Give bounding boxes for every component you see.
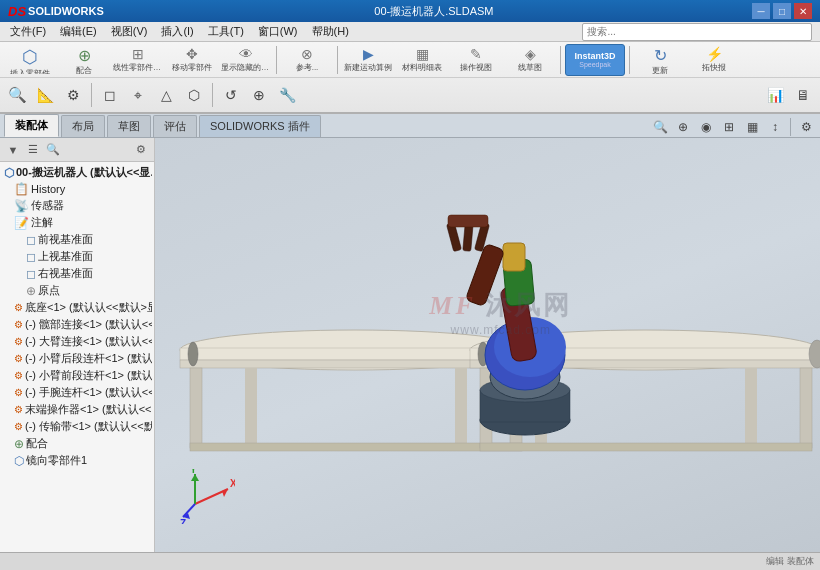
svg-rect-7 <box>190 443 522 451</box>
tree-right-plane[interactable]: ◻ 右视基准面 <box>2 265 152 282</box>
tree-shoulder[interactable]: ⚙ (-) 髋部连接<1> (默认认<<默... <box>2 316 152 333</box>
move-component-button[interactable]: ✥ 移动零部件 <box>166 44 218 76</box>
viewport[interactable]: MF 沐风网 www.mfcad.com X Y Z <box>155 138 820 552</box>
svg-rect-35 <box>448 215 488 227</box>
tab-assemble[interactable]: 装配体 <box>4 114 59 137</box>
tb2-icon7[interactable]: ⬡ <box>181 82 207 108</box>
svg-rect-31 <box>465 243 504 306</box>
sidebar: ▼ ☰ 🔍 ⚙ ⬡ 00-搬运机器人 (默认认<<显... 📋 History … <box>0 138 155 552</box>
svg-rect-17 <box>745 368 757 448</box>
new-motion-button[interactable]: ▶ 新建运动算例 <box>342 44 394 76</box>
robot-arm-lower <box>447 215 505 307</box>
visual-line-button[interactable]: ◈ 线草图 <box>504 44 556 76</box>
view-icon2[interactable]: ⊕ <box>673 117 693 137</box>
sidebar-menu-icon[interactable]: ☰ <box>24 141 42 159</box>
menu-edit[interactable]: 编辑(E) <box>54 22 103 41</box>
mate-button[interactable]: ⊕ 配合 <box>58 44 110 76</box>
svg-marker-40 <box>191 474 199 481</box>
tree-wrist[interactable]: ⚙ (-) 手腕连杆<1> (默认认<<默... <box>2 384 152 401</box>
svg-text:X: X <box>230 478 235 489</box>
main-area: ▼ ☰ 🔍 ⚙ ⬡ 00-搬运机器人 (默认认<<显... 📋 History … <box>0 138 820 552</box>
tree-base[interactable]: ⚙ 底座<1> (默认认<<默认>显... <box>2 299 152 316</box>
menu-file[interactable]: 文件(F) <box>4 22 52 41</box>
tb2-icon1[interactable]: 🔍 <box>4 82 30 108</box>
tree-origin-label: 原点 <box>38 283 60 298</box>
tb2-icon9[interactable]: ⊕ <box>246 82 272 108</box>
view-icon7[interactable]: ⚙ <box>796 117 816 137</box>
tree-small-arm-rear[interactable]: ⚙ (-) 小臂后段连杆<1> (默认... <box>2 350 152 367</box>
view-sep <box>790 118 791 136</box>
robot-scene-svg <box>155 138 820 552</box>
toolbar-row1: ⬡ 插入零部件 ⊕ 配合 ⊞ 线性零部件阵列 ✥ 移动零部件 👁 显示隐藏的零部… <box>0 42 820 78</box>
view-icon5[interactable]: ▦ <box>742 117 762 137</box>
toolbar-row2: 🔍 📐 ⚙ ◻ ⌖ △ ⬡ ↺ ⊕ 🔧 📊 🖥 <box>0 78 820 112</box>
svg-rect-3 <box>190 368 202 448</box>
view-icon6[interactable]: ↕ <box>765 117 785 137</box>
menu-insert[interactable]: 插入(I) <box>155 22 199 41</box>
search-bar-container <box>582 23 812 41</box>
menu-tools[interactable]: 工具(T) <box>202 22 250 41</box>
svg-rect-6 <box>455 368 467 448</box>
menu-view[interactable]: 视图(V) <box>105 22 154 41</box>
tree-conveyor[interactable]: ⚙ (-) 传输带<1> (默认认<<默认... <box>2 418 152 435</box>
sidebar-search-icon[interactable]: 🔍 <box>44 141 62 159</box>
tb2-icon2[interactable]: 📐 <box>32 82 58 108</box>
minimize-button[interactable]: ─ <box>752 3 770 19</box>
statusbar: 编辑 装配体 <box>0 552 820 570</box>
tree-mirror-part[interactable]: ⬡ 镜向零部件1 <box>2 452 152 469</box>
search-input[interactable] <box>587 26 807 37</box>
tree-mirror-part-label: 镜向零部件1 <box>26 453 87 468</box>
brand-name: SOLIDWORKS <box>28 5 104 17</box>
svg-text:Y: Y <box>190 469 197 475</box>
tree-small-arm-rear-label: (-) 小臂后段连杆<1> (默认... <box>25 351 152 366</box>
tab-sketch[interactable]: 草图 <box>107 115 151 137</box>
tab-evaluate[interactable]: 评估 <box>153 115 197 137</box>
tree-front-plane[interactable]: ◻ 前视基准面 <box>2 231 152 248</box>
reference-button[interactable]: ⊗ 参考... <box>281 44 333 76</box>
filter-icon[interactable]: ▼ <box>4 141 22 159</box>
tree-history[interactable]: 📋 History <box>2 181 152 197</box>
update-button[interactable]: ↻ 更新 <box>634 44 686 76</box>
insert-part-button[interactable]: ⬡ 插入零部件 <box>4 44 56 76</box>
instant3d-button[interactable]: Instant3D Speedpak <box>565 44 625 76</box>
sidebar-settings-icon[interactable]: ⚙ <box>132 141 150 159</box>
view-icon4[interactable]: ⊞ <box>719 117 739 137</box>
titlebar: DS SOLIDWORKS 00-搬运机器人.SLDASM ─ □ ✕ <box>0 0 820 22</box>
tab-layout[interactable]: 布局 <box>61 115 105 137</box>
tree-root[interactable]: ⬡ 00-搬运机器人 (默认认<<显... <box>2 164 152 181</box>
tb2-icon11[interactable]: 📊 <box>762 82 788 108</box>
tb2-icon4[interactable]: ◻ <box>97 82 123 108</box>
tree-small-arm-front[interactable]: ⚙ (-) 小臂前段连杆<1> (默认<... <box>2 367 152 384</box>
menu-help[interactable]: 帮助(H) <box>306 22 355 41</box>
speedpak-button[interactable]: ⚡ 拓快报 <box>688 44 740 76</box>
svg-marker-37 <box>222 489 228 497</box>
tree-end-effector[interactable]: ⚙ 末端操作器<1> (默认认<<... <box>2 401 152 418</box>
material-bom-button[interactable]: ▦ 材料明细表 <box>396 44 448 76</box>
tb2-icon6[interactable]: △ <box>153 82 179 108</box>
show-hide-button[interactable]: 👁 显示隐藏的零部件 <box>220 44 272 76</box>
tree-sensors[interactable]: 📡 传感器 <box>2 197 152 214</box>
tb2-icon3[interactable]: ⚙ <box>60 82 86 108</box>
tree-end-effector-label: 末端操作器<1> (默认认<<... <box>25 402 152 417</box>
tb2-icon10[interactable]: 🔧 <box>274 82 300 108</box>
tree-shoulder-label: (-) 髋部连接<1> (默认认<<默... <box>25 317 152 332</box>
tree-notes[interactable]: 📝 注解 <box>2 214 152 231</box>
linear-array-button[interactable]: ⊞ 线性零部件阵列 <box>112 44 164 76</box>
view-icon1[interactable]: 🔍 <box>650 117 670 137</box>
axis-indicator: X Y Z <box>180 469 235 524</box>
tree-mate-group[interactable]: ⊕ 配合 <box>2 435 152 452</box>
tree-top-plane[interactable]: ◻ 上视基准面 <box>2 248 152 265</box>
maximize-button[interactable]: □ <box>773 3 791 19</box>
tree-origin[interactable]: ⊕ 原点 <box>2 282 152 299</box>
edit-view-button[interactable]: ✎ 操作视图 <box>450 44 502 76</box>
close-button[interactable]: ✕ <box>794 3 812 19</box>
tb2-icon5[interactable]: ⌖ <box>125 82 151 108</box>
svg-line-42 <box>183 504 195 517</box>
tree-big-arm[interactable]: ⚙ (-) 大臂连接<1> (默认认<<默... <box>2 333 152 350</box>
tree-top-plane-label: 上视基准面 <box>38 249 93 264</box>
view-icon3[interactable]: ◉ <box>696 117 716 137</box>
tab-sw-plugin[interactable]: SOLIDWORKS 插件 <box>199 115 321 137</box>
menu-window[interactable]: 窗口(W) <box>252 22 304 41</box>
tb2-icon8[interactable]: ↺ <box>218 82 244 108</box>
tb2-icon12[interactable]: 🖥 <box>790 82 816 108</box>
